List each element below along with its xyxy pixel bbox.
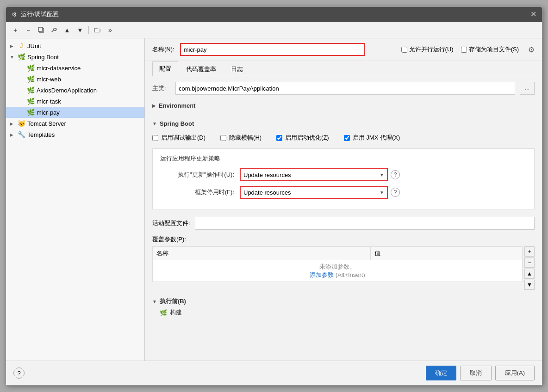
on-update-label: 执行"更新"操作时(U):	[160, 171, 234, 179]
environment-section: ▶ Environment	[152, 100, 535, 111]
more-button[interactable]: »	[105, 24, 116, 36]
table-add-button[interactable]: +	[524, 246, 535, 257]
table-side-buttons: + − ▲ ▼	[524, 246, 535, 290]
micr-web-icon: 🌿	[26, 75, 35, 83]
up-button[interactable]: ▲	[62, 24, 73, 36]
store-project-checkbox[interactable]	[461, 47, 467, 53]
dialog: ⚙ 运行/调试配置 ✕ + − ▲ ▼ »	[6, 6, 542, 386]
micr-task-icon: 🌿	[26, 97, 35, 105]
launch-opt-checkbox[interactable]	[276, 135, 282, 141]
cancel-button[interactable]: 取消	[460, 366, 492, 380]
action-buttons: 确定 取消 应用(A)	[426, 366, 535, 380]
on-frame-help-icon[interactable]: ?	[391, 188, 400, 197]
before-exec-item-label: 构建	[170, 308, 182, 317]
sidebar-item-spring-boot-group[interactable]: ▼ 🌿 Spring Boot	[6, 51, 144, 62]
active-config-label: 活动配置文件:	[152, 219, 190, 227]
sidebar-item-templates-label: Templates	[27, 131, 55, 138]
store-project-group: 存储为项目文件(S)	[461, 45, 519, 54]
tab-config[interactable]: 配置	[152, 61, 178, 76]
launch-opt-label: 启用启动优化(Z)	[285, 134, 329, 142]
spring-boot-section: ▼ Spring Boot 启用调试输出(D) 隐藏横幅(H)	[152, 118, 535, 209]
table-up-button[interactable]: ▲	[524, 269, 535, 279]
override-empty-cell: 未添加参数。 添加参数 (Alt+Insert)	[153, 260, 523, 282]
main-class-label: 主类:	[152, 84, 171, 92]
panel-body: 主类: ... ▶ Environment ▼ Spring Boot	[145, 76, 542, 361]
hide-banner-checkbox[interactable]	[220, 135, 226, 141]
sidebar-item-micr-task-label: micr-task	[37, 98, 61, 105]
settings-button[interactable]	[49, 24, 60, 36]
tab-coverage[interactable]: 代码覆盖率	[179, 62, 223, 76]
add-button[interactable]: +	[10, 24, 21, 36]
add-param-link[interactable]: 添加参数	[310, 271, 334, 278]
sidebar: ▶ J JUnit ▼ 🌿 Spring Boot 🌿 micr-dataser…	[6, 38, 145, 361]
on-update-select[interactable]: Update resources Do nothing Update class…	[240, 168, 388, 181]
down-button[interactable]: ▼	[75, 24, 86, 36]
remove-button[interactable]: −	[23, 24, 34, 36]
before-exec-content: 🌿 构建	[152, 308, 535, 317]
on-frame-select[interactable]: Update resources Do nothing Update class…	[240, 186, 388, 199]
hide-banner-group: 隐藏横幅(H)	[220, 134, 262, 142]
name-input[interactable]	[180, 43, 365, 56]
jmx-proxy-checkbox[interactable]	[344, 135, 350, 141]
on-update-help-icon[interactable]: ?	[391, 170, 400, 179]
apply-button[interactable]: 应用(A)	[495, 366, 535, 380]
before-exec-expand-icon: ▼	[152, 299, 157, 304]
sidebar-item-micr-web[interactable]: 🌿 micr-web	[6, 74, 144, 85]
sidebar-item-micr-dataservice[interactable]: 🌿 micr-dataservice	[6, 62, 144, 74]
sidebar-item-micr-task[interactable]: 🌿 micr-task	[6, 96, 144, 107]
close-button[interactable]: ✕	[530, 11, 536, 18]
tab-log[interactable]: 日志	[224, 62, 250, 76]
spring-boot-checkboxes-row: 启用调试输出(D) 隐藏横幅(H) 启用启动优化(Z) 启用 JMX	[152, 134, 535, 142]
settings-gear-icon[interactable]: ⚙	[528, 45, 535, 54]
junit-icon: J	[17, 42, 25, 50]
before-exec-header[interactable]: ▼ 执行前(B)	[152, 297, 535, 306]
on-update-row: 执行"更新"操作时(U): Update resources Do nothin…	[160, 168, 527, 181]
sidebar-item-tomcat-server[interactable]: ▶ 🐱 Tomcat Server	[6, 118, 144, 129]
bottom-bar: ? 确定 取消 应用(A)	[6, 361, 542, 385]
environment-header[interactable]: ▶ Environment	[152, 100, 535, 111]
title-icon: ⚙	[12, 11, 17, 18]
active-config-input[interactable]	[195, 217, 535, 230]
table-down-button[interactable]: ▼	[524, 280, 535, 290]
col-name-header: 名称	[153, 247, 371, 260]
table-remove-button[interactable]: −	[524, 257, 535, 268]
sidebar-item-micr-pay-label: micr-pay	[37, 109, 60, 116]
on-frame-row: 框架停用时(F): Update resources Do nothing Up…	[160, 186, 527, 199]
wrench-icon	[51, 27, 57, 33]
on-update-select-wrapper: Update resources Do nothing Update class…	[240, 168, 400, 181]
expand-junit: ▶	[10, 43, 17, 49]
hide-banner-label: 隐藏横幅(H)	[229, 134, 262, 142]
tabs-row: 配置 代码覆盖率 日志	[145, 61, 542, 76]
main-class-input[interactable]	[175, 82, 515, 95]
debug-output-checkbox[interactable]	[152, 135, 158, 141]
toolbar-separator	[88, 26, 89, 34]
right-checkboxes: 允许并行运行(U) 存储为项目文件(S) ⚙	[401, 45, 535, 54]
title-text: 运行/调试配置	[21, 10, 59, 18]
main-class-browse-button[interactable]: ...	[520, 82, 535, 95]
update-strategy-title: 运行应用程序更新策略	[160, 154, 527, 163]
expand-spring-boot: ▼	[10, 55, 17, 60]
sidebar-item-junit-label: JUnit	[27, 43, 41, 49]
parallel-run-checkbox[interactable]	[401, 47, 407, 53]
spring-boot-header[interactable]: ▼ Spring Boot	[152, 118, 535, 129]
sidebar-item-micr-pay[interactable]: 🌿 micr-pay	[6, 107, 144, 118]
update-strategy-box: 运行应用程序更新策略 执行"更新"操作时(U): Update resource…	[152, 148, 535, 209]
sidebar-item-templates[interactable]: ▶ 🔧 Templates	[6, 129, 144, 140]
main-content: ▶ J JUnit ▼ 🌿 Spring Boot 🌿 micr-dataser…	[6, 38, 542, 361]
expand-templates: ▶	[10, 132, 17, 137]
debug-output-group: 启用调试输出(D)	[152, 134, 206, 142]
sidebar-item-junit[interactable]: ▶ J JUnit	[6, 40, 144, 51]
help-button[interactable]: ?	[13, 368, 25, 379]
ok-button[interactable]: 确定	[426, 366, 456, 380]
micr-pay-icon: 🌿	[26, 108, 35, 116]
spring-boot-title: Spring Boot	[160, 120, 194, 127]
axios-demo-icon: 🌿	[26, 86, 35, 94]
folder-button[interactable]	[92, 24, 103, 36]
spring-boot-group-icon: 🌿	[17, 53, 25, 61]
override-params-section: 覆盖参数(P): 名称 值	[152, 235, 535, 290]
copy-button[interactable]	[36, 24, 47, 36]
override-table-wrapper: 名称 值 未添加参数。 添加参数	[152, 246, 535, 290]
sidebar-item-axios-demo[interactable]: 🌿 AxiosDemoApplication	[6, 85, 144, 96]
title-bar-left: ⚙ 运行/调试配置	[12, 10, 59, 18]
environment-expand-icon: ▶	[152, 103, 156, 108]
